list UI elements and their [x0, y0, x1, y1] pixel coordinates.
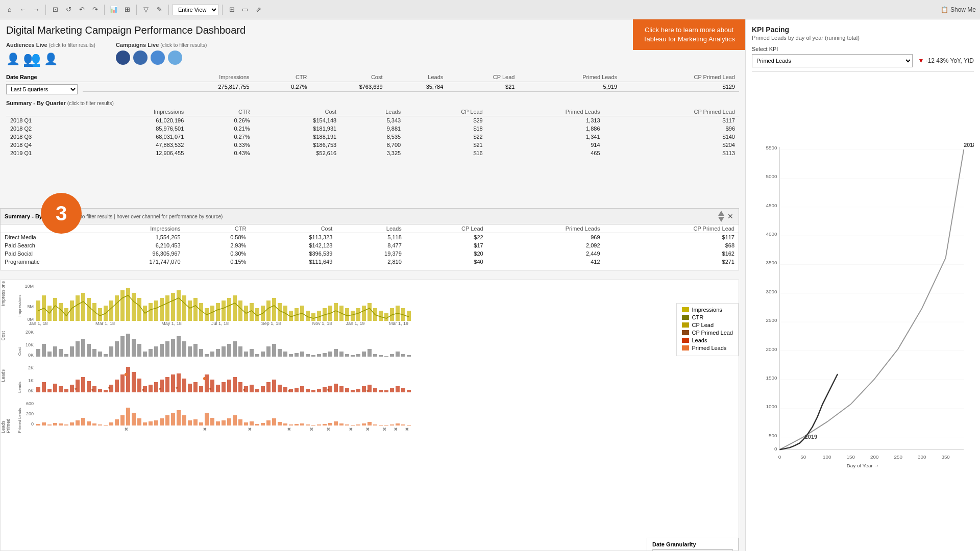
svg-rect-167 [126, 367, 130, 392]
svg-rect-92 [98, 352, 102, 357]
svg-text:✕: ✕ [310, 427, 313, 432]
grid-btn[interactable]: ⊞ [226, 4, 237, 15]
totals-col-impressions: Impressions [159, 72, 254, 82]
view-dropdown[interactable]: Entire View [173, 4, 218, 15]
table-btn[interactable]: ⊞ [121, 4, 133, 15]
svg-rect-266 [216, 421, 220, 425]
channel-panel-header: Summary - By Channel (click to filter re… [1, 209, 739, 224]
table-row[interactable]: 2018 Q447,883,5320.33%$186,7538,700$2191… [6, 141, 739, 149]
svg-text:3500: 3500 [766, 260, 777, 265]
scroll-down-arrow[interactable] [718, 217, 724, 222]
kpi-pacing-panel: KPI Pacing Primed Leads by day of year (… [745, 19, 980, 551]
svg-rect-129 [306, 354, 310, 357]
svg-rect-172 [154, 382, 158, 392]
date-range-select[interactable]: Last 5 quarters [6, 84, 78, 94]
svg-rect-269 [233, 415, 237, 425]
svg-point-224 [159, 388, 161, 390]
svg-rect-251 [132, 413, 136, 425]
svg-text:Cost: Cost [18, 347, 22, 356]
refresh-btn[interactable]: ↺ [63, 4, 74, 15]
svg-text:✕: ✕ [383, 427, 386, 432]
svg-rect-187 [238, 382, 242, 392]
table-row[interactable]: Programmatic171,747,0700.15%$111,6492,81… [1, 258, 739, 266]
forward-btn[interactable]: → [31, 4, 42, 15]
channel-panel-close[interactable]: ✕ [726, 212, 734, 220]
svg-rect-289 [345, 424, 349, 425]
totals-col-leads: Leads [387, 72, 448, 82]
filter-btn[interactable]: ▽ [140, 4, 152, 15]
svg-rect-244 [92, 423, 96, 425]
svg-text:50: 50 [800, 454, 806, 460]
svg-text:Jan 1, 18: Jan 1, 18 [29, 321, 47, 326]
svg-rect-258 [171, 413, 175, 425]
svg-rect-132 [323, 353, 327, 357]
svg-rect-240 [70, 422, 74, 425]
svg-rect-259 [177, 410, 181, 425]
svg-rect-116 [233, 341, 237, 357]
channel-col-headers: Impressions CTR Cost Leads CP Lead Prime… [1, 224, 739, 233]
table-row[interactable]: 2019 Q112,906,4550.43%$52,6163,325$16465… [6, 149, 739, 157]
svg-rect-263 [199, 422, 203, 425]
svg-rect-6 [53, 298, 57, 321]
share-btn[interactable]: ⇗ [253, 4, 264, 15]
svg-rect-30 [188, 300, 192, 321]
back-btn[interactable]: ← [17, 4, 29, 15]
table-row[interactable]: Direct Media1,554,2650.58%$113,3235,118$… [1, 233, 739, 242]
mark-btn[interactable]: ✎ [154, 4, 165, 15]
legend-cplead: CP Lead [682, 322, 733, 328]
kpi-dropdown[interactable]: Primed Leads [752, 54, 913, 67]
ch-col-primedleads: Primed Leads [487, 224, 604, 233]
campaign-dot-2[interactable] [133, 51, 148, 65]
scroll-arrows[interactable] [718, 211, 724, 222]
svg-text:0: 0 [778, 454, 781, 460]
chart-btn[interactable]: 📊 [108, 4, 119, 15]
scroll-up-arrow[interactable] [718, 211, 724, 216]
redo-btn[interactable]: ↷ [89, 4, 101, 15]
svg-rect-145 [396, 352, 400, 357]
svg-rect-163 [104, 390, 108, 392]
campaign-dot-1[interactable] [116, 51, 130, 65]
svg-rect-25 [160, 298, 164, 321]
table-row[interactable]: Paid Social96,305,9670.30%$396,53919,379… [1, 249, 739, 258]
campaign-dot-3[interactable] [151, 51, 165, 65]
svg-rect-270 [238, 419, 242, 425]
table-row[interactable]: Paid Search6,210,4532.93%$142,1288,477$1… [1, 241, 739, 249]
yoy-arrow: ▼ [918, 57, 924, 64]
svg-rect-296 [384, 425, 388, 425]
campaign-dots[interactable] [116, 51, 207, 65]
svg-rect-134 [334, 349, 338, 357]
svg-text:Nov 1, 18: Nov 1, 18 [312, 321, 332, 326]
table-row[interactable]: 2018 Q368,031,0710.27%$188,1918,535$221,… [6, 133, 739, 141]
svg-rect-173 [160, 380, 164, 392]
svg-rect-101 [149, 349, 153, 357]
home-btn[interactable]: ⌂ [4, 4, 15, 15]
audience-icon-2[interactable]: 👥 [23, 51, 41, 67]
svg-rect-179 [193, 382, 198, 392]
svg-rect-46 [278, 303, 282, 321]
view-btn[interactable]: ⊡ [50, 4, 61, 15]
svg-rect-36 [222, 300, 226, 321]
svg-rect-168 [132, 372, 136, 392]
show-me-button[interactable]: 📋 Show Me [941, 6, 976, 13]
svg-rect-107 [182, 341, 186, 357]
date-range-section: Date Range Last 5 quarters [6, 72, 83, 94]
total-primedleads: 5,919 [519, 82, 621, 92]
table-row[interactable]: 2018 Q285,976,5010.21%$181,9319,881$181,… [6, 124, 739, 133]
presentation-btn[interactable]: ▭ [239, 4, 251, 15]
undo-btn[interactable]: ↶ [76, 4, 87, 15]
svg-rect-177 [182, 379, 186, 392]
audience-icons[interactable]: 👤 👥 👤 [6, 51, 95, 67]
legend-impressions: Impressions [682, 307, 733, 313]
audience-icon-3[interactable]: 👤 [44, 53, 58, 66]
svg-rect-267 [222, 420, 226, 425]
left-panel: Click here to learn more about Tableau f… [0, 19, 745, 551]
table-row[interactable]: 2018 Q161,020,1960.26%$154,1485,343$291,… [6, 116, 739, 125]
kpi-select-label: Select KPI [752, 46, 974, 52]
campaign-dot-4[interactable] [168, 51, 182, 65]
cta-button[interactable]: Click here to learn more about Tableau f… [633, 19, 745, 50]
svg-text:2500: 2500 [766, 317, 777, 323]
svg-rect-171 [149, 385, 153, 392]
audience-icon-1[interactable]: 👤 [6, 53, 20, 66]
channel-panel-controls: ✕ [718, 211, 734, 222]
svg-text:100: 100 [823, 454, 831, 460]
